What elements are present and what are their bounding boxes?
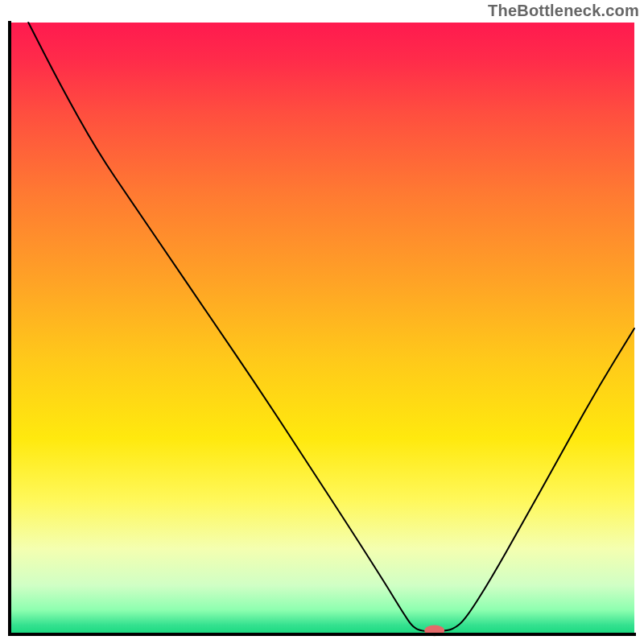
watermark-text: TheBottleneck.com xyxy=(488,2,639,20)
svg-rect-0 xyxy=(10,23,634,634)
chart-container: { "watermark": "TheBottleneck.com", "cha… xyxy=(0,0,644,644)
bottleneck-chart xyxy=(0,0,644,644)
